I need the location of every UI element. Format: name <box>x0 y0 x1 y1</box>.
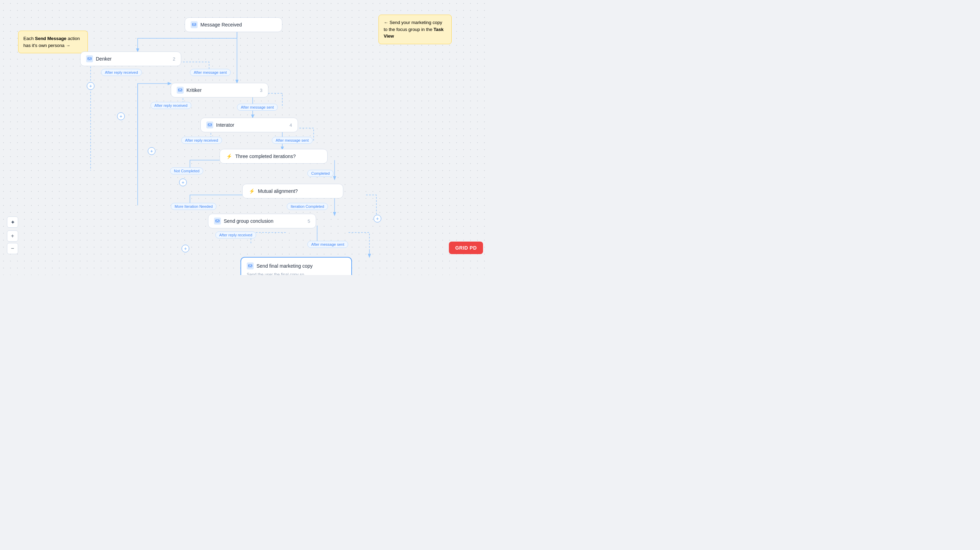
three-iterations-node[interactable]: ⚡ Three completed iterations? <box>220 149 328 163</box>
mutual-alignment-node[interactable]: ⚡ Mutual alignment? <box>242 184 343 198</box>
zoom-out-button[interactable]: − <box>7 243 18 254</box>
after-message-label-2: After message sent <box>237 104 278 111</box>
send-final-node[interactable]: Send final marketing copy Send the user … <box>240 257 352 275</box>
send-final-icon <box>247 263 254 269</box>
after-reply-label-1: After reply received <box>101 69 142 76</box>
add-button-2[interactable]: + <box>117 113 125 120</box>
not-completed-label: Not Completed <box>170 168 203 174</box>
after-message-label-4: After message sent <box>307 241 348 248</box>
grid-pd-button[interactable]: GRID PD <box>449 242 483 254</box>
send-group-icon <box>214 217 221 225</box>
magic-tool-button[interactable]: ✦ <box>7 217 18 228</box>
zoom-in-button[interactable]: + <box>7 230 18 242</box>
add-button-1[interactable]: + <box>87 82 94 90</box>
workflow-canvas: Each Send Message action has it's own pe… <box>0 0 490 275</box>
after-reply-label-2: After reply received <box>151 102 191 109</box>
after-reply-label-4: After reply received <box>215 231 256 238</box>
after-message-label-1: After message sent <box>190 69 231 76</box>
task-view-tooltip: ← Send your marketing copy to the focus … <box>379 14 452 44</box>
denker-icon <box>86 55 93 62</box>
interator-node[interactable]: Interator 4 <box>200 118 298 132</box>
add-button-5[interactable]: + <box>374 215 381 222</box>
send-group-conclusion-node[interactable]: Send group conclusion 5 <box>208 214 316 228</box>
after-reply-label-3: After reply received <box>181 137 222 144</box>
completed-label: Completed <box>307 170 334 177</box>
decision-icon-2: ⚡ <box>248 188 255 195</box>
add-button-4[interactable]: + <box>179 179 187 186</box>
add-button-3[interactable]: + <box>148 147 156 155</box>
persona-tooltip: Each Send Message action has it's own pe… <box>18 31 88 53</box>
after-message-label-3: After message sent <box>272 137 313 144</box>
final-node-subtitle: Send the user the final copy so... <box>247 272 346 275</box>
final-node-title: Send final marketing copy <box>247 263 346 269</box>
kritiker-node[interactable]: Kritiker 3 <box>171 83 268 97</box>
message-received-node[interactable]: Message Received <box>185 17 282 32</box>
kritiker-icon <box>177 87 184 94</box>
denker-node[interactable]: Denker 2 <box>80 52 181 66</box>
more-iteration-label: More Iteration Needed <box>171 203 216 210</box>
interator-icon <box>206 122 213 128</box>
decision-icon-1: ⚡ <box>226 153 232 160</box>
message-received-icon <box>191 21 197 28</box>
add-button-6[interactable]: + <box>181 245 189 252</box>
iteration-completed-label: Iteration Completed <box>287 203 328 210</box>
